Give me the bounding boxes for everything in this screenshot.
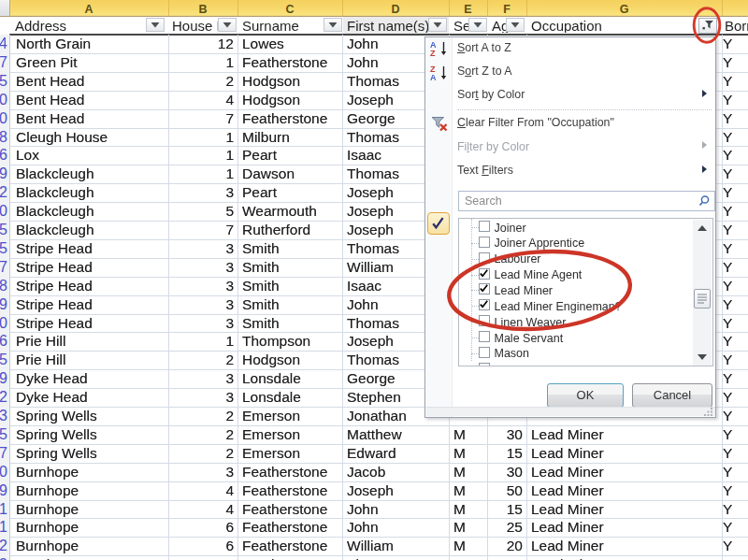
svg-text:A: A bbox=[430, 72, 437, 80]
svg-text:Z: Z bbox=[430, 49, 436, 57]
